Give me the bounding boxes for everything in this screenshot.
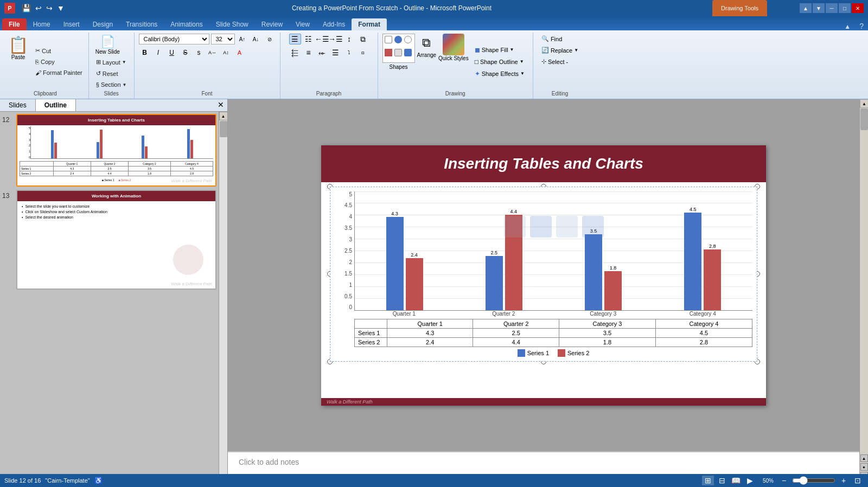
tab-review[interactable]: Review xyxy=(255,18,289,30)
font-color-btn[interactable]: A xyxy=(234,47,246,58)
tab-home[interactable]: Home xyxy=(27,18,57,30)
section-button[interactable]: § Section ▼ xyxy=(93,80,130,89)
tab-insert[interactable]: Insert xyxy=(57,18,86,30)
strikethrough-button[interactable]: S xyxy=(180,47,192,58)
shape-fill-label: Shape Fill xyxy=(482,47,508,53)
redo-button[interactable]: ↪ xyxy=(45,3,54,14)
find-button[interactable]: 🔍 Find xyxy=(538,34,566,44)
underline-button[interactable]: U xyxy=(166,47,178,58)
font-name-select[interactable]: Calibri (Body) xyxy=(139,34,209,44)
italic-button[interactable]: I xyxy=(152,47,164,58)
shape-effects-button[interactable]: ✦ Shape Effects ▼ xyxy=(471,68,528,79)
text-direction-btn[interactable]: A↕ xyxy=(220,47,232,58)
ribbon-collapse-btn[interactable]: ▲ xyxy=(840,23,855,30)
save-button[interactable]: 💾 xyxy=(21,3,32,14)
data-table: Quarter 1 Quarter 2 Category 3 Category … xyxy=(354,319,752,347)
decrease-font-btn[interactable]: A↓ xyxy=(250,34,262,44)
customize-qa-button[interactable]: ▼ xyxy=(56,3,66,14)
vscroll-thumb[interactable] xyxy=(860,108,868,130)
align-center-btn[interactable]: ≡ xyxy=(303,47,315,58)
slide-sorter-btn[interactable]: ⊟ xyxy=(716,476,728,485)
shadow-button[interactable]: s xyxy=(193,47,205,58)
tab-animations[interactable]: Animations xyxy=(164,18,209,30)
replace-button[interactable]: 🔄 Replace ▼ xyxy=(538,45,582,55)
zoom-in-btn[interactable]: + xyxy=(838,476,850,485)
slide-thumbnail-13[interactable]: Working with Animation • Select the slid… xyxy=(16,190,216,290)
line-spacing-btn[interactable]: ↕ xyxy=(343,34,355,44)
slideshow-btn[interactable]: ▶ xyxy=(744,476,756,485)
bullets-button[interactable]: ☰ xyxy=(289,34,301,44)
align-right-btn[interactable]: ⬰ xyxy=(316,47,328,58)
close-button[interactable]: ✕ xyxy=(852,3,864,13)
convert-to-smartart-btn[interactable]: ⧈ xyxy=(357,47,369,58)
maximize-button[interactable]: □ xyxy=(839,3,851,13)
new-slide-button[interactable]: 📄 New Slide xyxy=(93,34,122,56)
main-area: Slides Outline ✕ 12 Inserting Tables and… xyxy=(0,99,868,487)
tab-file[interactable]: File xyxy=(2,18,27,30)
shape-outline-button[interactable]: □ Shape Outline ▼ xyxy=(471,56,528,67)
charspacing-button[interactable]: A↔ xyxy=(207,47,219,58)
bar-s1-c4: 4.5 xyxy=(684,207,701,310)
main-slide[interactable]: Inserting Tables and Charts xyxy=(321,145,766,406)
shape-item xyxy=(404,36,412,43)
table-row-header: Quarter 1 Quarter 2 Category 3 Category … xyxy=(355,319,752,328)
reading-view-btn[interactable]: 📖 xyxy=(730,476,742,485)
scroll-up-arrow[interactable]: ▲ xyxy=(219,112,228,120)
shapes-palette[interactable] xyxy=(382,34,415,63)
prev-slide-btn[interactable]: ▲ xyxy=(860,454,868,462)
section-icon: § xyxy=(96,81,99,88)
quick-styles-button[interactable] xyxy=(443,34,464,55)
app-icon: P xyxy=(4,3,15,14)
vscroll-up[interactable]: ▲ xyxy=(860,99,868,108)
scroll-down-btn[interactable]: ▼ xyxy=(813,3,825,13)
tab-format[interactable]: Format xyxy=(352,18,387,30)
slide-count: Slide 12 of 16 xyxy=(4,477,41,484)
shape-fill-button[interactable]: ◼ Shape Fill ▼ xyxy=(471,44,528,55)
layout-button[interactable]: ⊞ Layout ▼ xyxy=(93,57,129,67)
chart-content-area[interactable]: 5 4.5 4 3.5 3 2.5 2 1.5 1 0.5 0 xyxy=(330,187,757,362)
shapes-label[interactable]: Shapes xyxy=(390,64,408,70)
slides-tab[interactable]: Slides xyxy=(0,99,36,111)
reset-button[interactable]: ↺ Reset xyxy=(93,68,121,79)
align-left-btn[interactable]: ⬱ xyxy=(289,47,301,58)
center-btn[interactable]: ● xyxy=(860,463,868,471)
tab-transitions[interactable]: Transitions xyxy=(119,18,164,30)
increase-indent-btn[interactable]: →☰ xyxy=(330,34,342,44)
decrease-indent-btn[interactable]: ←☰ xyxy=(316,34,328,44)
copy-button[interactable]: ⎘ Copy xyxy=(33,57,85,67)
drawing-tools-tab[interactable]: Drawing Tools xyxy=(712,0,767,16)
tab-design[interactable]: Design xyxy=(86,18,119,30)
reset-label: Reset xyxy=(103,71,118,77)
increase-font-btn[interactable]: A↑ xyxy=(237,34,248,44)
zoom-out-btn[interactable]: − xyxy=(778,476,790,485)
zoom-slider[interactable] xyxy=(792,476,835,485)
font-size-select[interactable]: 32 xyxy=(211,34,235,44)
justify-btn[interactable]: ☰ xyxy=(330,47,342,58)
format-painter-button[interactable]: 🖌 Format Painter xyxy=(33,68,85,78)
scroll-up-btn[interactable]: ▲ xyxy=(800,3,812,13)
paste-button[interactable]: 📋 Paste xyxy=(5,34,31,89)
scroll-thumb[interactable] xyxy=(220,121,227,137)
help-button[interactable]: ? xyxy=(855,22,868,30)
arrange-button[interactable]: ⧉ xyxy=(420,34,433,52)
undo-button[interactable]: ↩ xyxy=(34,3,43,14)
panel-close-button[interactable]: ✕ xyxy=(214,99,227,111)
drawing-group: Shapes ⧉ Arrange Quick Styles ◼ Shape Fi… xyxy=(378,33,533,99)
slide-thumbnail-12[interactable]: Inserting Tables and Charts 543210 xyxy=(16,114,216,187)
text-direction-para-btn[interactable]: ⤵ xyxy=(343,47,355,58)
fit-window-btn[interactable]: ⊡ xyxy=(852,476,864,485)
minimize-button[interactable]: ─ xyxy=(826,3,838,13)
tab-slideshow[interactable]: Slide Show xyxy=(209,18,255,30)
numbering-button[interactable]: ☷ xyxy=(303,34,315,44)
tab-view[interactable]: View xyxy=(289,18,316,30)
replace-icon: 🔄 xyxy=(541,47,549,54)
thumb-bar-blue xyxy=(187,129,190,158)
columns-btn[interactable]: ⧉ xyxy=(357,34,369,44)
tab-addins[interactable]: Add-Ins xyxy=(316,18,352,30)
select-button[interactable]: ⊹ Select - xyxy=(538,56,572,67)
outline-tab[interactable]: Outline xyxy=(36,99,76,111)
normal-view-btn[interactable]: ⊞ xyxy=(702,476,714,485)
cut-button[interactable]: ✂ Cut xyxy=(33,46,85,56)
bold-button[interactable]: B xyxy=(139,47,151,58)
clear-format-btn[interactable]: ⊘ xyxy=(264,34,276,44)
